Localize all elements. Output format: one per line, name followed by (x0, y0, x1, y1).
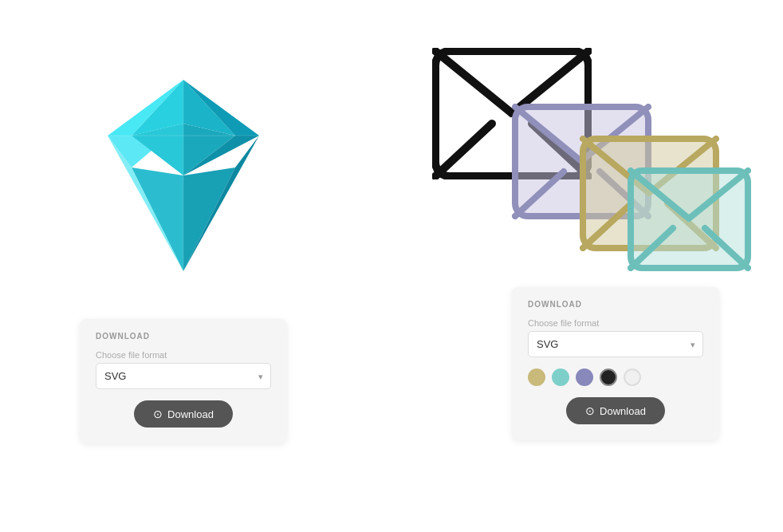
download-button-left[interactable]: ⊙ Download (134, 400, 233, 428)
format-select-right[interactable]: SVG PNG PDF WebP (528, 331, 703, 357)
left-section: DOWNLOAD Choose file format SVG PNG PDF … (40, 48, 327, 443)
format-select-wrapper-left: SVG PNG PDF WebP ▾ (96, 363, 271, 389)
download-button-right[interactable]: ⊙ Download (566, 397, 665, 424)
download-btn-left-wrapper: ⊙ Download (96, 400, 271, 428)
format-select-left[interactable]: SVG PNG PDF WebP (96, 363, 271, 389)
swatch-tan[interactable] (528, 368, 545, 386)
download-card-left-title: DOWNLOAD (96, 332, 271, 341)
download-circle-icon: ⊙ (153, 408, 163, 420)
right-section: DOWNLOAD Choose file format SVG PNG PDF … (384, 32, 735, 440)
format-select-wrapper-right: SVG PNG PDF WebP ▾ (528, 331, 703, 357)
swatch-black[interactable] (600, 368, 617, 386)
email-icons-container (408, 32, 711, 279)
download-card-right: DOWNLOAD Choose file format SVG PNG PDF … (512, 287, 719, 440)
download-card-right-title: DOWNLOAD (528, 300, 703, 309)
format-label-left: Choose file format (96, 350, 271, 360)
swatch-white[interactable] (624, 368, 641, 386)
swatch-purple[interactable] (576, 368, 593, 386)
download-card-left: DOWNLOAD Choose file format SVG PNG PDF … (80, 319, 287, 443)
download-btn-right-wrapper: ⊙ Download (528, 397, 703, 424)
swatch-teal[interactable] (552, 368, 569, 386)
color-swatches (528, 368, 703, 386)
diamond-illustration (72, 48, 295, 319)
format-label-right: Choose file format (528, 318, 703, 328)
download-circle-icon-right: ⊙ (585, 404, 595, 417)
